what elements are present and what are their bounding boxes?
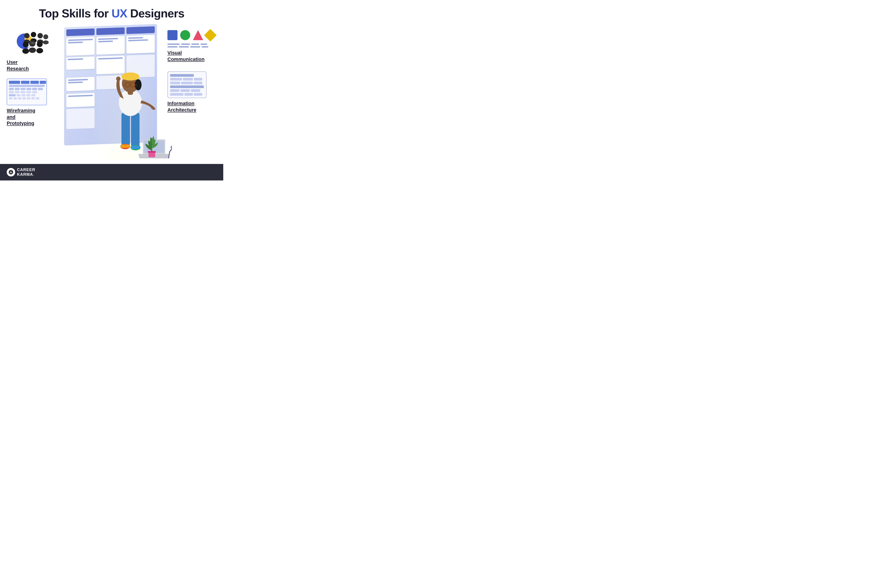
svg-point-13 — [37, 41, 43, 47]
svg-point-8 — [43, 40, 49, 44]
brand-name: CAREERKARMA. — [17, 168, 35, 177]
svg-point-14 — [36, 48, 43, 53]
svg-rect-18 — [122, 112, 130, 146]
page-header: Top Skills for UX Designers — [0, 0, 223, 23]
main-container: Top Skills for UX Designers — [0, 0, 223, 180]
wireframing-label: WireframingandPrototyping — [7, 108, 35, 127]
svg-point-12 — [29, 48, 36, 53]
svg-point-9 — [23, 42, 29, 48]
content-area: UserResearch — [0, 23, 223, 162]
title-ux: UX — [111, 7, 127, 20]
text-lines-group — [167, 44, 215, 48]
svg-point-3 — [31, 32, 36, 37]
shapes-row — [167, 30, 215, 40]
svg-point-7 — [43, 34, 48, 39]
svg-rect-19 — [131, 112, 140, 147]
svg-line-39 — [168, 152, 170, 158]
visual-communication-label: VisualCommunication — [167, 50, 204, 63]
skill-user-research: UserResearch — [7, 30, 54, 72]
diamond-shape — [204, 29, 217, 42]
title-part2: Designers — [127, 7, 184, 20]
square-shape — [167, 30, 177, 40]
info-arch-illustration — [167, 71, 206, 98]
circle-shape — [180, 30, 190, 40]
triangle-shape — [193, 30, 203, 40]
skill-information-architecture: InformationArchitecture — [167, 71, 216, 113]
brand-logo: CAREERKARMA. — [7, 168, 35, 177]
wireframe-illustration — [7, 78, 47, 105]
center-illustration — [54, 26, 167, 159]
svg-point-1 — [24, 33, 30, 38]
svg-point-5 — [38, 33, 43, 38]
visual-comm-illustration — [167, 30, 215, 48]
svg-point-25 — [116, 76, 120, 81]
people-group-icon — [23, 30, 49, 55]
page-title: Top Skills for UX Designers — [5, 7, 219, 20]
svg-rect-22 — [120, 144, 130, 148]
right-column: VisualCommunication — [167, 26, 216, 113]
skill-visual-communication: VisualCommunication — [167, 30, 216, 63]
title-part1: Top Skills for — [39, 7, 111, 20]
footer: CAREERKARMA. — [0, 164, 223, 180]
skill-wireframing: WireframingandPrototyping — [7, 78, 54, 127]
information-architecture-label: InformationArchitecture — [167, 100, 197, 113]
svg-point-10 — [23, 48, 29, 54]
logo-icon — [7, 168, 15, 177]
person-illustration — [98, 44, 161, 159]
svg-rect-29 — [122, 75, 138, 80]
career-karma-icon — [8, 170, 14, 175]
left-column: UserResearch — [7, 26, 54, 127]
user-research-label: UserResearch — [7, 59, 29, 72]
user-research-illustration — [7, 30, 49, 57]
svg-rect-23 — [131, 146, 140, 149]
brand-dot: . — [33, 172, 35, 177]
